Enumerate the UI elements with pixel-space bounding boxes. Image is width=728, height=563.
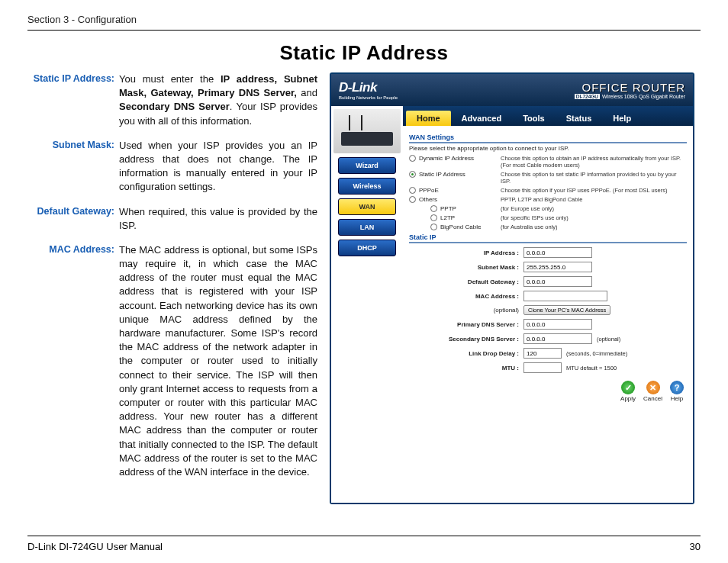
radio-pppoe[interactable] [409, 187, 416, 194]
router-tabs: Home Advanced Tools Status Help [403, 106, 693, 126]
def-label-static-ip: Static IP Address: [27, 72, 119, 128]
router-sidebar: Wizard Wireless WAN LAN DHCP [331, 106, 403, 503]
check-icon: ✓ [621, 381, 635, 394]
router-photo [333, 109, 401, 153]
radio-bigpond[interactable] [430, 224, 437, 230]
page-number: 30 [690, 541, 701, 552]
lbl-mtu: MTU : [409, 365, 523, 372]
static-ip-section: Static IP [409, 233, 687, 243]
radio-pptp[interactable] [430, 205, 437, 212]
txt-bold: Secondary DNS Server [119, 101, 230, 112]
cancel-button[interactable]: ✕Cancel [643, 381, 662, 402]
wan-settings-title: WAN Settings [409, 134, 687, 143]
def-text-static-ip: You must enter the IP address, Subnet Ma… [119, 72, 317, 128]
lbl-gateway: Default Gateway : [409, 278, 523, 285]
router-banner: D-Link Building Networks for People OFFI… [331, 74, 693, 106]
footer-left: D-Link DI-724GU User Manual [27, 541, 163, 552]
dlink-logo: D-Link [339, 80, 377, 95]
opt-desc: (for specific ISPs use only) [501, 214, 687, 221]
txt: You must enter the [119, 73, 221, 85]
opt-desc: PPTP, L2TP and BigPond Cable [501, 196, 687, 203]
input-mac[interactable] [523, 291, 607, 301]
opt-desc: (for Europe use only) [501, 205, 687, 212]
opt-desc: Choose this option to obtain an IP addre… [501, 155, 687, 169]
opt-desc: (for Australia use only) [501, 224, 687, 230]
router-sub: Wireless 108G QoS Gigabit Router [602, 94, 685, 99]
page-title: Static IP Address [27, 41, 701, 65]
tab-status[interactable]: Status [556, 111, 603, 126]
radio-l2tp[interactable] [430, 214, 437, 221]
section-header: Section 3 - Configuration [27, 14, 701, 31]
apply-button[interactable]: ✓Apply [620, 381, 636, 402]
sidebar-dhcp[interactable]: DHCP [338, 240, 396, 256]
input-mtu[interactable] [523, 362, 562, 373]
input-dns1[interactable] [523, 319, 592, 330]
opt-desc: Choose this option to set static IP info… [501, 171, 687, 185]
lbl-dns1: Primary DNS Server : [409, 321, 523, 328]
cancel-label: Cancel [643, 395, 662, 402]
txt: and [297, 87, 317, 98]
lbl-delay: Link Drop Delay : [409, 350, 523, 357]
help-icon: ? [670, 381, 684, 394]
opt-label: Static IP Address [419, 171, 465, 178]
def-text-gateway: When required, this value is provided by… [119, 205, 317, 233]
dlink-tagline: Building Networks for People [339, 95, 398, 100]
sidebar-wireless[interactable]: Wireless [338, 178, 396, 195]
input-subnet[interactable] [523, 262, 592, 272]
def-label-mac: MAC Address: [27, 243, 119, 479]
radio-static[interactable] [409, 171, 416, 178]
lbl-subnet: Subnet Mask : [409, 264, 523, 271]
delay-suffix: (seconds, 0=immediate) [566, 350, 627, 357]
def-label-subnet: Subnet Mask: [27, 139, 119, 195]
lbl-optional: (optional) [409, 307, 523, 314]
input-gateway[interactable] [523, 276, 592, 287]
opt-label: BigPond Cable [440, 224, 481, 230]
router-subtitle: DI-724GUWireless 108G QoS Gigabit Router [575, 94, 685, 99]
lbl-mac: MAC Address : [409, 293, 523, 300]
opt-label: PPPoE [419, 187, 439, 194]
wan-settings-desc: Please select the appropriate option to … [409, 145, 687, 152]
tab-tools[interactable]: Tools [512, 111, 556, 126]
lbl-ip: IP Address : [409, 249, 523, 256]
tab-advanced[interactable]: Advanced [451, 111, 513, 126]
router-screenshot: D-Link Building Networks for People OFFI… [330, 72, 694, 504]
radio-dynamic[interactable] [409, 155, 416, 162]
input-delay[interactable] [523, 348, 562, 359]
tab-help[interactable]: Help [602, 111, 642, 126]
def-text-subnet: Used when your ISP provides you an IP ad… [119, 139, 317, 195]
radio-others[interactable] [409, 196, 416, 203]
router-title: OFFICE ROUTER [575, 81, 685, 94]
clone-mac-button[interactable]: Clone Your PC's MAC Address [523, 305, 610, 315]
help-button[interactable]: ?Help [670, 381, 684, 402]
opt-label: PPTP [440, 205, 456, 212]
router-model: DI-724GU [575, 94, 600, 99]
opt-label: L2TP [440, 214, 455, 221]
opt-desc: Choose this option if your ISP uses PPPo… [501, 187, 687, 194]
sidebar-wizard[interactable]: Wizard [338, 157, 396, 174]
dns2-suffix: (optional) [597, 336, 620, 343]
def-label-gateway: Default Gateway: [27, 205, 119, 233]
lbl-dns2: Secondary DNS Server : [409, 336, 523, 343]
page-footer: D-Link DI-724GU User Manual 30 [27, 536, 701, 552]
help-label: Help [671, 395, 683, 402]
input-ip[interactable] [523, 247, 592, 258]
definitions-column: Static IP Address: You must enter the IP… [27, 72, 317, 504]
opt-label: Dynamic IP Address [419, 155, 474, 162]
opt-label: Others [419, 196, 437, 203]
tab-home[interactable]: Home [406, 111, 451, 126]
mtu-suffix: MTU default = 1500 [566, 365, 617, 372]
def-text-mac: The MAC address is optional, but some IS… [119, 243, 317, 479]
sidebar-lan[interactable]: LAN [338, 219, 396, 236]
close-icon: ✕ [646, 381, 660, 394]
input-dns2[interactable] [523, 333, 592, 344]
apply-label: Apply [620, 395, 636, 402]
sidebar-wan[interactable]: WAN [338, 198, 396, 215]
